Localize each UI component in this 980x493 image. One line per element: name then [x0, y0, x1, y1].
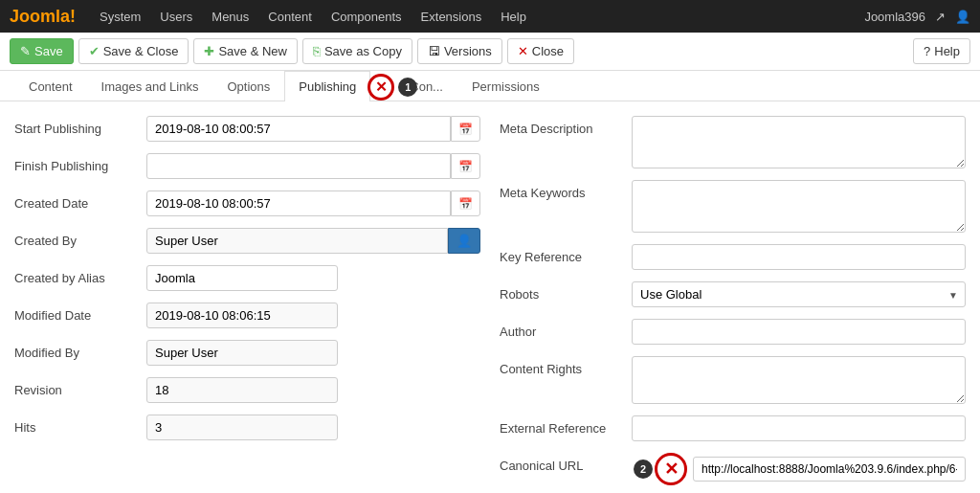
main-menu: System Users Menus Content Components Ex…	[90, 0, 536, 33]
external-reference-row: External Reference	[500, 415, 966, 441]
start-publishing-calendar-button[interactable]: 📅	[451, 116, 480, 142]
meta-keywords-textarea[interactable]	[632, 180, 966, 233]
close-button[interactable]: ✕ Close	[507, 38, 574, 64]
versions-button[interactable]: 🖫 Versions	[417, 38, 502, 64]
created-date-input[interactable]	[146, 190, 451, 216]
plus-icon: ✚	[204, 44, 214, 58]
save-icon: ✎	[20, 44, 31, 58]
meta-description-row: Meta Description	[500, 116, 966, 168]
finish-publishing-input[interactable]	[146, 153, 451, 179]
created-by-btn-group: 👤	[448, 228, 480, 254]
help-button[interactable]: ? Help	[913, 38, 970, 64]
right-column: Meta Description Meta Keywords Key Refer…	[500, 116, 966, 493]
revision-input[interactable]	[146, 377, 338, 403]
modified-by-input[interactable]	[146, 340, 338, 366]
tab-publishing[interactable]: Publishing	[284, 71, 370, 101]
toolbar-right-area: ? Help	[913, 38, 970, 64]
close-icon: ✕	[518, 44, 528, 58]
robots-row: Robots Use Global Index, Follow No Index…	[500, 281, 966, 307]
tab-configure[interactable]: ✕ 1 Con...	[370, 71, 457, 101]
revision-label: Revision	[14, 377, 139, 397]
check-icon: ✔	[89, 44, 100, 58]
user-icon[interactable]: 👤	[955, 10, 970, 24]
created-by-label: Created By	[14, 228, 139, 248]
created-date-input-group: 📅	[146, 190, 480, 216]
meta-keywords-label: Meta Keywords	[500, 180, 624, 200]
meta-description-label: Meta Description	[500, 116, 624, 136]
canonical-url-row: Canonical URL 2 ✕	[500, 453, 966, 485]
key-reference-label: Key Reference	[500, 244, 624, 264]
robots-select[interactable]: Use Global Index, Follow No Index, Follo…	[632, 281, 966, 307]
modified-date-label: Modified Date	[14, 303, 139, 323]
author-label: Author	[500, 319, 624, 339]
tab-error-badge: 1	[398, 78, 417, 97]
tab-permissions[interactable]: Permissions	[457, 71, 554, 101]
start-publishing-input[interactable]	[146, 116, 451, 142]
save-new-button[interactable]: ✚ Save & New	[193, 38, 298, 64]
form-area-wrapper: Start Publishing 📅 Finish Publishing 📅	[0, 101, 980, 493]
tabs: Content Images and Links Options Publish…	[0, 71, 980, 101]
menu-menus[interactable]: Menus	[202, 0, 258, 33]
finish-publishing-calendar-button[interactable]: 📅	[451, 153, 480, 179]
save-button[interactable]: ✎ Save	[10, 38, 74, 64]
tab-options[interactable]: Options	[212, 71, 284, 101]
versions-icon: 🖫	[428, 44, 440, 58]
help-icon: ?	[924, 44, 930, 58]
hits-input[interactable]	[146, 415, 338, 440]
key-reference-input[interactable]	[632, 244, 966, 270]
modified-by-row: Modified By	[14, 340, 480, 366]
canonical-url-label: Canonical URL	[500, 453, 624, 473]
created-by-input[interactable]	[146, 228, 448, 254]
finish-publishing-label: Finish Publishing	[14, 153, 139, 173]
menu-users[interactable]: Users	[150, 0, 202, 33]
menu-system[interactable]: System	[90, 0, 150, 33]
robots-label: Robots	[500, 281, 624, 302]
created-by-input-group: 👤	[146, 228, 480, 254]
content-rights-label: Content Rights	[500, 356, 624, 376]
menu-components[interactable]: Components	[322, 0, 412, 33]
modified-by-label: Modified By	[14, 340, 139, 360]
author-row: Author	[500, 319, 966, 345]
created-date-row: Created Date 📅	[14, 190, 480, 216]
canonical-url-input[interactable]	[693, 457, 966, 482]
external-reference-input[interactable]	[632, 415, 966, 441]
created-by-select-button[interactable]: 👤	[448, 228, 480, 254]
created-by-alias-row: Created by Alias	[14, 265, 480, 291]
tab-error-x-icon[interactable]: ✕	[368, 74, 394, 101]
save-close-button[interactable]: ✔ Save & Close	[78, 38, 189, 64]
navbar: Joomla! System Users Menus Content Compo…	[0, 0, 980, 33]
finish-publishing-input-group: 📅	[146, 153, 480, 179]
revision-row: Revision	[14, 377, 480, 403]
start-publishing-input-group: 📅	[146, 116, 480, 142]
finish-publishing-row: Finish Publishing 📅	[14, 153, 480, 179]
menu-help[interactable]: Help	[491, 0, 536, 33]
publishing-form: Start Publishing 📅 Finish Publishing 📅	[0, 101, 980, 493]
created-by-alias-input[interactable]	[146, 265, 338, 291]
meta-description-textarea[interactable]	[632, 116, 966, 168]
external-reference-label: External Reference	[500, 415, 624, 436]
canonical-error-x-icon[interactable]: ✕	[655, 453, 687, 485]
start-publishing-label: Start Publishing	[14, 116, 139, 136]
modified-date-input[interactable]	[146, 303, 338, 328]
menu-extensions[interactable]: Extensions	[412, 0, 492, 33]
key-reference-row: Key Reference	[500, 244, 966, 270]
toolbar: ✎ Save ✔ Save & Close ✚ Save & New ⎘ Sav…	[0, 33, 980, 71]
save-copy-button[interactable]: ⎘ Save as Copy	[302, 38, 412, 64]
user-label[interactable]: Joomla396	[864, 10, 925, 24]
tab-content[interactable]: Content	[14, 71, 87, 101]
menu-content[interactable]: Content	[258, 0, 322, 33]
tab-images-links[interactable]: Images and Links	[87, 71, 213, 101]
robots-select-wrapper: Use Global Index, Follow No Index, Follo…	[632, 281, 966, 307]
hits-label: Hits	[14, 415, 139, 435]
created-by-row: Created By 👤	[14, 228, 480, 254]
content-rights-row: Content Rights	[500, 356, 966, 404]
canonical-error-badge: 2	[634, 459, 653, 479]
created-date-calendar-button[interactable]: 📅	[451, 190, 480, 216]
author-input[interactable]	[632, 319, 966, 345]
content-rights-textarea[interactable]	[632, 356, 966, 404]
created-by-alias-label: Created by Alias	[14, 265, 139, 285]
navbar-right: Joomla396 ↗ 👤	[864, 10, 970, 24]
external-link-icon: ↗	[935, 10, 946, 24]
copy-icon: ⎘	[313, 44, 321, 58]
start-publishing-row: Start Publishing 📅	[14, 116, 480, 142]
